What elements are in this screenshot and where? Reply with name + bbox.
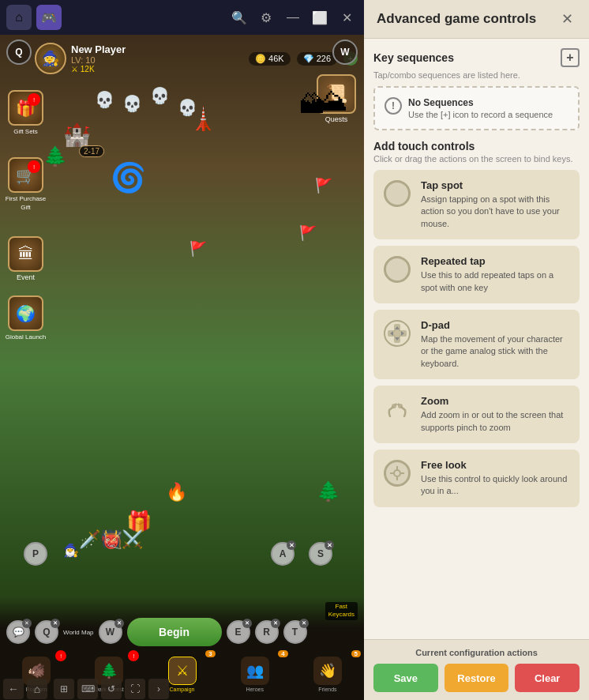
grid-btn[interactable]: ⊞ — [54, 679, 74, 699]
repeated-tap-icon — [383, 255, 411, 284]
player-power: ⚔ 12K — [71, 65, 242, 73]
dpad-svg — [384, 320, 411, 347]
game-background: Q 🧙 New Player LV: 10 ⚔ 12K 🪙 46K 💎 226 — [0, 35, 364, 700]
top-bar: ⌂ 🎮 🔍 ⚙ — ⬜ ✕ — [0, 0, 364, 35]
e-x: ✕ — [242, 619, 252, 628]
zoom-desc: Add zoom in or out to the screen that su… — [421, 409, 570, 434]
gem-icon: 💎 — [303, 54, 314, 64]
free-look-desc: Use this control to quickly look around … — [421, 473, 570, 498]
p-key-btn[interactable]: P — [24, 542, 47, 566]
tab-heroes[interactable]: 4 👥 Heroes — [219, 649, 291, 700]
panel-content: Key sequences + Tap/combo sequences are … — [364, 39, 589, 639]
r-key-btn[interactable]: R ✕ — [255, 620, 279, 644]
repeated-tap-desc: Use this to add repeated taps on a spot … — [421, 269, 570, 294]
player-name: New Player — [71, 43, 242, 55]
world-map-label: World Map — [63, 629, 94, 636]
panel-footer: Current configuration actions Save Resto… — [364, 639, 589, 700]
tower-1: 🏰 — [63, 122, 91, 148]
fast-keycards-label: FastKeycards — [325, 602, 358, 620]
heroes-icon: 👥 — [241, 657, 269, 685]
gem-display: 💎 226 — [297, 52, 337, 66]
minimize-btn[interactable]: — — [282, 6, 304, 28]
hero-main: 🏹 — [103, 531, 122, 550]
tower-2: 🗼 — [189, 106, 217, 132]
w2-key-btn[interactable]: W ✕ — [99, 620, 122, 644]
begin-button[interactable]: Begin — [127, 618, 222, 646]
search-btn[interactable]: 🔍 — [228, 6, 250, 28]
a-key-btn[interactable]: A ✕ — [271, 542, 294, 566]
repeated-tap-card[interactable]: Repeated tap Use this to add repeated ta… — [373, 246, 580, 303]
t-key-btn[interactable]: T ✕ — [283, 620, 307, 644]
s-key-btn[interactable]: S ✕ — [309, 542, 332, 566]
skull-3: 💀 — [150, 86, 170, 105]
svg-point-13 — [394, 470, 400, 476]
svg-point-3 — [394, 330, 400, 337]
tree-1: 🌲 — [43, 145, 67, 167]
touch-controls-section: Add touch controls Click or drag the act… — [373, 140, 580, 514]
chat-x: ✕ — [22, 619, 32, 628]
next-btn[interactable]: › — [148, 679, 169, 699]
clear-button[interactable]: Clear — [515, 664, 580, 692]
restore-button[interactable]: Restore — [445, 664, 509, 692]
tap-circle — [384, 180, 411, 207]
utility-icons: ← ⌂ ⊞ ⌨ ↺ ⛶ › — [0, 679, 172, 699]
maximize-btn[interactable]: ⬜ — [309, 6, 331, 28]
no-sequences-desc: Use the [+] icon to record a sequence — [408, 110, 553, 119]
repeated-tap-name: Repeated tap — [421, 255, 570, 267]
flag-3: 🚩 — [299, 224, 317, 242]
save-button[interactable]: Save — [373, 664, 438, 692]
game-icon[interactable]: 🎮 — [36, 5, 62, 30]
key-sequences-section: Key sequences + Tap/combo sequences are … — [373, 48, 580, 130]
skull-1: 💀 — [95, 90, 114, 109]
rotate-btn[interactable]: ↺ — [101, 679, 122, 699]
zoom-icon — [383, 395, 411, 423]
settings-btn[interactable]: ⚙ — [255, 6, 277, 28]
zoom-info: Zoom Add zoom in or out to the screen th… — [421, 395, 570, 434]
fullscreen-btn[interactable]: ⛶ — [125, 679, 145, 699]
dpad-card[interactable]: D-pad Map the movement of your character… — [373, 310, 580, 379]
flag-2: 🚩 — [189, 240, 207, 258]
tree-2: 🌲 — [317, 480, 340, 502]
touch-controls-title: Add touch controls — [373, 140, 580, 152]
tap-spot-info: Tap spot Assign tapping on a spot with t… — [421, 179, 570, 230]
tap-spot-desc: Assign tapping on a spot with this actio… — [421, 194, 570, 230]
hero-green: 🧙‍♂️ — [63, 543, 79, 558]
key-sequences-title: Key sequences — [373, 51, 454, 64]
panel-close-btn[interactable]: ✕ — [557, 9, 576, 28]
chat-btn[interactable]: 💬 ✕ — [6, 620, 30, 644]
free-look-card[interactable]: Free look Use this control to quickly lo… — [373, 450, 580, 507]
q2-key-btn[interactable]: Q ✕ — [35, 620, 58, 644]
close-btn[interactable]: ✕ — [336, 6, 358, 28]
home-nav-btn[interactable]: ⌂ — [27, 679, 47, 699]
map-scene: 💀 💀 💀 💀 🏰 🗼 ⛰ 🏔 2-17 🌀 🚩 🚩 🚩 🎁 🔥 🗡️👹⚔️ � — [0, 82, 364, 597]
free-look-info: Free look Use this control to quickly lo… — [421, 459, 570, 498]
friends-label: Friends — [318, 687, 336, 692]
e-key-btn[interactable]: E ✕ — [227, 620, 250, 644]
touch-controls-desc: Click or drag the actions on the screen … — [373, 154, 580, 164]
add-sequence-btn[interactable]: + — [561, 48, 580, 67]
coin-icon: 🪙 — [255, 54, 266, 64]
no-sequences-content: No Sequences Use the [+] icon to record … — [408, 97, 553, 119]
w-button-top[interactable]: W — [332, 40, 358, 65]
keyboard-btn[interactable]: ⌨ — [77, 679, 98, 699]
no-sequences-title: No Sequences — [408, 97, 553, 108]
player-level: LV: 10 — [71, 55, 242, 65]
footer-label: Current configuration actions — [373, 648, 580, 657]
tap-spot-card[interactable]: Tap spot Assign tapping on a spot with t… — [373, 170, 580, 239]
player-info: New Player LV: 10 ⚔ 12K — [71, 43, 242, 73]
free-look-icon — [383, 459, 411, 487]
tap-spot-icon — [383, 179, 411, 208]
w2-x: ✕ — [114, 619, 124, 628]
home-icon[interactable]: ⌂ — [6, 5, 32, 30]
tab-friends[interactable]: 5 👋 Friends — [291, 649, 364, 700]
key-sequences-desc: Tap/combo sequences are listed here. — [373, 70, 580, 80]
fire: 🔥 — [166, 482, 187, 502]
zoom-card[interactable]: Zoom Add zoom in or out to the screen th… — [373, 386, 580, 443]
a-key-x: ✕ — [287, 540, 296, 550]
dark-forest-badge: ! — [128, 650, 139, 661]
back-btn[interactable]: ← — [3, 679, 24, 699]
roghorn-badge: ! — [55, 650, 66, 661]
dpad-info: D-pad Map the movement of your character… — [421, 319, 570, 370]
q-button[interactable]: Q — [6, 40, 32, 65]
repeated-tap-info: Repeated tap Use this to add repeated ta… — [421, 255, 570, 294]
